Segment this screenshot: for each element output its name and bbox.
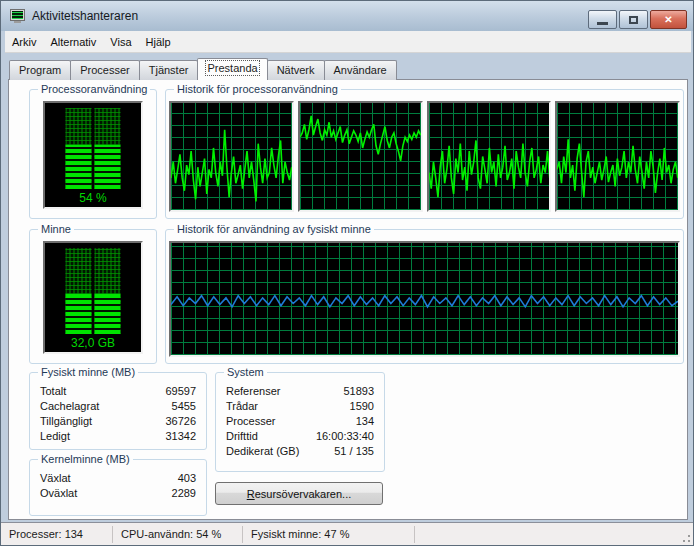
tab-tjanster[interactable]: Tjänster bbox=[139, 60, 199, 80]
memory-history-group: Historik för användning av fysiskt minne bbox=[165, 229, 684, 364]
resource-monitor-button[interactable]: Resursövervakaren... bbox=[215, 482, 383, 505]
tab-anvandare[interactable]: Användare bbox=[324, 60, 397, 80]
system-row: Dedikerat (GB)51 / 135 bbox=[226, 444, 374, 459]
menu-visa[interactable]: Visa bbox=[103, 33, 138, 51]
task-manager-icon bbox=[10, 9, 26, 24]
tab-program[interactable]: Program bbox=[9, 60, 71, 80]
task-manager-window: Aktivitetshanteraren ✕ Arkiv Alternativ … bbox=[0, 0, 694, 546]
window-title: Aktivitetshanteraren bbox=[32, 9, 138, 23]
memory-meter: 32,0 GB bbox=[43, 241, 143, 354]
status-processes: Processer: 134 bbox=[1, 526, 113, 543]
tab-processer[interactable]: Processer bbox=[70, 60, 140, 80]
cpu-usage-group-label: Processoranvändning bbox=[38, 83, 150, 95]
kernel-memory-group-label: Kernelminne (MB) bbox=[38, 453, 133, 465]
menu-arkiv[interactable]: Arkiv bbox=[5, 33, 43, 51]
resize-grip[interactable] bbox=[679, 531, 691, 543]
system-group-label: System bbox=[224, 366, 267, 378]
memory-group-label: Minne bbox=[38, 223, 74, 235]
physical-memory-row: Tillgängligt36726 bbox=[40, 414, 196, 429]
restore-button[interactable] bbox=[619, 10, 648, 29]
performance-tab-page: Processoranvändning 54 % Historik för pr… bbox=[8, 79, 688, 520]
statusbar: Processer: 134 CPU-användn: 54 % Fysiskt… bbox=[1, 522, 693, 545]
menu-alternativ[interactable]: Alternativ bbox=[43, 33, 103, 51]
close-icon: ✕ bbox=[664, 14, 672, 25]
kernel-memory-row: Växlat403 bbox=[40, 471, 196, 486]
system-group: System Referenser51893 Trådar1590 Proces… bbox=[215, 372, 385, 472]
tab-prestanda[interactable]: Prestanda bbox=[197, 58, 267, 80]
physical-memory-row: Cachelagrat5455 bbox=[40, 399, 196, 414]
cpu-history-group-label: Historik för processoranvändning bbox=[174, 83, 341, 95]
physical-memory-row: Totalt69597 bbox=[40, 384, 196, 399]
memory-history-graph bbox=[169, 241, 680, 357]
memory-history-group-label: Historik för användning av fysiskt minne bbox=[174, 223, 374, 235]
tab-natverk[interactable]: Nätverk bbox=[267, 60, 325, 80]
menubar: Arkiv Alternativ Visa Hjälp bbox=[5, 31, 691, 53]
tab-strip: Program Processer Tjänster Prestanda Nät… bbox=[9, 58, 397, 80]
cpu-usage-meter: 54 % bbox=[43, 101, 143, 209]
system-row: Processer134 bbox=[226, 414, 374, 429]
kernel-memory-group: Kernelminne (MB) Växlat403 Oväxlat2289 bbox=[29, 459, 207, 516]
system-row: Referenser51893 bbox=[226, 384, 374, 399]
close-button[interactable]: ✕ bbox=[650, 10, 687, 29]
physical-memory-group-label: Fysiskt minne (MB) bbox=[38, 366, 138, 378]
minimize-icon bbox=[597, 22, 608, 25]
menu-hjalp[interactable]: Hjälp bbox=[139, 33, 178, 51]
status-filler bbox=[415, 526, 693, 543]
kernel-memory-row: Oväxlat2289 bbox=[40, 486, 196, 501]
system-row: Drifttid16:00:33:40 bbox=[226, 429, 374, 444]
memory-group: Minne 32,0 GB bbox=[29, 229, 157, 364]
cpu-history-graph-core4 bbox=[555, 101, 680, 212]
titlebar[interactable]: Aktivitetshanteraren ✕ bbox=[1, 1, 693, 31]
physical-memory-group: Fysiskt minne (MB) Totalt69597 Cachelagr… bbox=[29, 372, 207, 450]
restore-icon bbox=[629, 16, 638, 24]
cpu-usage-group: Processoranvändning 54 % bbox=[29, 89, 157, 219]
cpu-history-graph-core3 bbox=[427, 101, 552, 212]
system-row: Trådar1590 bbox=[226, 399, 374, 414]
memory-value: 32,0 GB bbox=[45, 336, 141, 350]
status-cpu-usage: CPU-användn: 54 % bbox=[113, 526, 243, 543]
status-physical-memory: Fysiskt minne: 47 % bbox=[243, 526, 415, 543]
cpu-usage-value: 54 % bbox=[45, 191, 141, 205]
cpu-history-group: Historik för processoranvändning bbox=[165, 89, 684, 219]
minimize-button[interactable] bbox=[588, 10, 617, 29]
physical-memory-row: Ledigt31342 bbox=[40, 429, 196, 444]
cpu-history-graph-core2 bbox=[298, 101, 423, 212]
cpu-history-graph-core1 bbox=[169, 101, 294, 212]
